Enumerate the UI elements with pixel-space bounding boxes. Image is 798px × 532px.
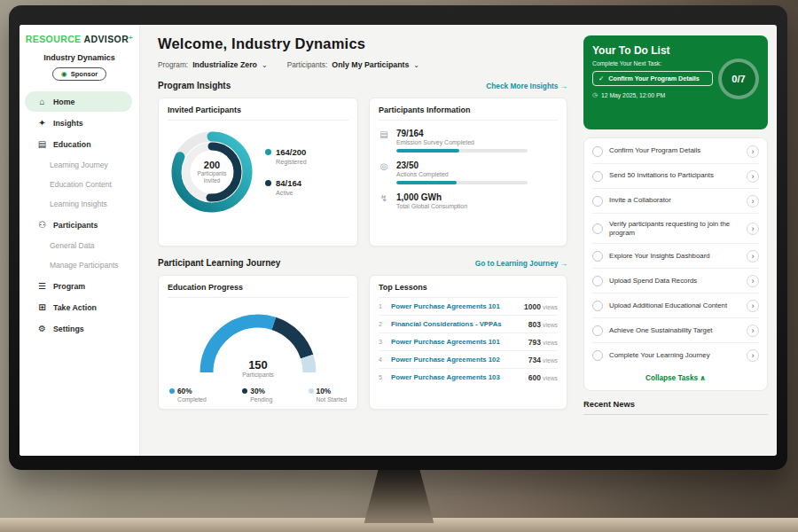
chevron-right-icon[interactable]: › <box>747 349 759 362</box>
org-name: Industry Dynamics <box>20 53 139 62</box>
sponsor-icon: ◉ <box>61 70 67 78</box>
todo-title: Your To Do List <box>592 44 759 57</box>
chevron-down-icon[interactable]: ⌄ <box>262 61 268 69</box>
invited-donut-chart: 200 Participants Invited <box>168 128 256 216</box>
go-to-learning-journey-link[interactable]: Go to Learning Journey → <box>475 259 567 268</box>
task-checkbox[interactable] <box>592 223 603 234</box>
top-lessons-card: Top Lessons 1 Power Purchase Agreements … <box>369 275 567 410</box>
chevron-right-icon[interactable]: › <box>747 195 759 207</box>
sidebar-item-label: Education <box>53 140 91 149</box>
legend-active: 84/164 Active <box>265 178 307 197</box>
gauge-center-label: Participants <box>192 372 325 378</box>
task-checkbox[interactable] <box>592 325 603 336</box>
education-progress-card: Education Progress 150 Participants <box>158 275 358 410</box>
sidebar-item-learning-journey[interactable]: Learning Journey <box>20 155 139 175</box>
todo-task-list: Confirm Your Program Details › Send 50 I… <box>583 137 768 391</box>
main-content: Welcome, Industry Dynamics Program: Indu… <box>140 25 580 456</box>
app-logo: RESOURCE ADVISOR+ <box>20 34 139 44</box>
task-row[interactable]: Upload Spend Data Records › <box>592 269 759 293</box>
collapse-tasks-link[interactable]: Collapse Tasks ∧ <box>592 367 759 389</box>
progress-track <box>396 149 528 153</box>
card-title: Top Lessons <box>379 283 558 298</box>
progress-fill <box>396 181 457 184</box>
legend-label: Not Started <box>317 396 347 403</box>
participants-filter: Participants: Only My Participants ⌄ <box>287 60 419 69</box>
lesson-title-link[interactable]: Power Purchase Agreements 101 <box>391 302 519 310</box>
sidebar-item-general-data[interactable]: General Data <box>20 236 139 255</box>
todo-summary-card: Your To Do List Complete Your Next Task:… <box>583 35 768 129</box>
sidebar-item-take-action[interactable]: ⊞ Take Action <box>25 297 132 317</box>
lesson-title-link[interactable]: Power Purchase Agreements 101 <box>391 338 523 346</box>
legend-dot <box>169 388 175 394</box>
task-row[interactable]: Explore Your Insights Dashboard › <box>592 244 759 269</box>
sidebar-item-education-content[interactable]: Education Content <box>20 175 139 194</box>
sidebar-item-learning-insights[interactable]: Learning Insights <box>20 194 139 214</box>
chevron-right-icon[interactable]: › <box>747 145 759 158</box>
legend-registered: 164/200 Registered <box>265 147 307 166</box>
donut-center-label: Participants Invited <box>192 170 232 184</box>
chevron-right-icon[interactable]: › <box>747 223 759 235</box>
sponsor-badge[interactable]: ◉ Sponsor <box>52 67 106 81</box>
sidebar-item-label: Learning Journey <box>50 160 108 169</box>
learning-journey-header: Participant Learning Journey Go to Learn… <box>158 258 567 268</box>
target-icon: ◎ <box>379 161 389 184</box>
lesson-title-link[interactable]: Power Purchase Agreements 103 <box>391 373 523 381</box>
sidebar-item-label: Take Action <box>53 303 97 312</box>
task-row[interactable]: Verify participants requesting to join t… <box>592 214 759 244</box>
sidebar-item-label: Program <box>53 282 85 291</box>
sidebar-item-participants[interactable]: ⚇ Participants <box>25 215 132 235</box>
program-filter-value[interactable]: Industrialize Zero <box>192 60 257 69</box>
chevron-right-icon[interactable]: › <box>747 275 759 287</box>
program-filter: Program: Industrialize Zero ⌄ <box>158 60 268 69</box>
donut-center-value: 200 <box>204 160 220 170</box>
todo-next-task[interactable]: ✓ Confirm Your Program Details <box>592 71 713 86</box>
task-checkbox[interactable] <box>592 196 603 207</box>
task-row[interactable]: Invite a Collaborator › <box>592 189 759 214</box>
program-insights-header: Program Insights Check More Insights → <box>158 81 567 90</box>
sidebar: RESOURCE ADVISOR+ Industry Dynamics ◉ Sp… <box>20 25 140 456</box>
task-checkbox[interactable] <box>592 171 603 182</box>
task-row[interactable]: Send 50 Invitations to Participants › <box>592 164 759 189</box>
task-checkbox[interactable] <box>592 301 603 311</box>
collapse-tasks-label: Collapse Tasks <box>645 374 698 382</box>
clock-icon: ◷ <box>592 91 598 98</box>
task-row[interactable]: Confirm Your Program Details › <box>592 139 759 164</box>
lesson-title-link[interactable]: Financial Considerations - VPPAs <box>391 320 523 328</box>
task-checkbox[interactable] <box>592 251 603 262</box>
sidebar-item-home[interactable]: ⌂ Home <box>25 91 132 112</box>
chevron-down-icon[interactable]: ⌄ <box>413 61 419 69</box>
check-more-insights-link[interactable]: Check More Insights → <box>486 82 567 90</box>
task-checkbox[interactable] <box>592 146 603 157</box>
stat-value: 23/50 <box>396 160 528 170</box>
task-checkbox[interactable] <box>592 350 603 361</box>
task-label: Upload Additional Educational Content <box>609 301 740 310</box>
sidebar-item-settings[interactable]: ⚙ Settings <box>25 318 132 339</box>
sidebar-item-label: Learning Insights <box>50 200 107 208</box>
chevron-right-icon[interactable]: › <box>747 300 759 312</box>
chevron-right-icon[interactable]: › <box>747 325 759 337</box>
task-label: Explore Your Insights Dashboard <box>609 252 740 261</box>
participants-filter-value[interactable]: Only My Participants <box>332 60 409 69</box>
logo-advisor: ADVISOR <box>83 34 129 44</box>
lesson-title-link[interactable]: Power Purchase Agreements 102 <box>391 356 523 364</box>
sidebar-item-education[interactable]: ▤ Education <box>25 134 132 154</box>
task-row[interactable]: Achieve One Sustainability Target › <box>592 318 759 343</box>
sidebar-item-insights[interactable]: ✦ Insights <box>25 113 132 133</box>
chevron-right-icon[interactable]: › <box>747 250 759 262</box>
card-title: Education Progress <box>168 283 348 298</box>
stat-actions-completed: ◎ 23/50 Actions Completed <box>379 160 558 184</box>
todo-panel: Your To Do List Complete Your Next Task:… <box>580 25 777 456</box>
chevron-right-icon[interactable]: › <box>747 170 759 183</box>
invited-participants-card: Invited Participants <box>158 98 358 246</box>
task-checkbox[interactable] <box>592 276 603 286</box>
lesson-row: 3 Power Purchase Agreements 101 793views <box>379 333 558 351</box>
progress-fill <box>396 149 459 153</box>
sidebar-item-manage-participants[interactable]: Manage Participants <box>20 255 139 275</box>
sidebar-nav: ⌂ Home ✦ Insights ▤ Education Learning J… <box>20 91 139 339</box>
task-row[interactable]: Upload Additional Educational Content › <box>592 293 759 318</box>
gear-icon: ⚙ <box>37 324 47 333</box>
legend-label: Active <box>276 189 301 197</box>
task-row[interactable]: Complete Your Learning Journey › <box>592 343 759 367</box>
sidebar-item-program[interactable]: ☰ Program <box>25 276 132 296</box>
participants-filter-label: Participants: <box>287 60 328 69</box>
